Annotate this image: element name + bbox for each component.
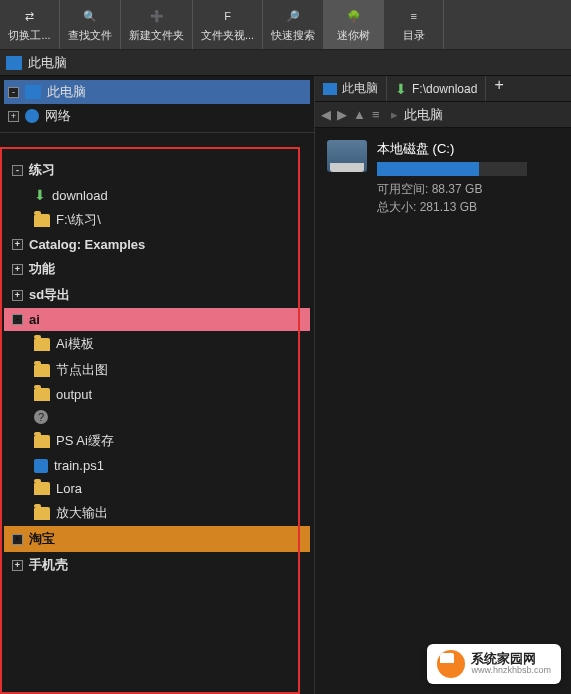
watermark-logo-icon [437, 650, 465, 678]
collapse-icon[interactable]: - [12, 165, 23, 176]
expand-icon[interactable]: + [12, 560, 23, 571]
add-tab-button[interactable]: + [486, 76, 511, 101]
main-toolbar: ⇄切换工...🔍查找文件➕新建文件夹F文件夹视...🔎快速搜索🌳迷你树≡目录 [0, 0, 571, 50]
root-node-monitor[interactable]: -此电脑 [4, 80, 310, 104]
expand-icon[interactable]: + [12, 264, 23, 275]
toolbar-label: 文件夹视... [201, 28, 254, 43]
download-icon: ⬇ [395, 81, 407, 97]
monitor-icon [25, 85, 41, 99]
tree-node[interactable]: 放大输出 [4, 500, 310, 526]
list-button[interactable]: ≡ [372, 107, 380, 122]
right-pane: 此电脑⬇F:\download+ ◀ ▶ ▲ ≡ ▸ 此电脑 本地磁盘 (C:)… [314, 76, 571, 694]
node-label: Ai模板 [56, 335, 94, 353]
folder-icon [34, 388, 50, 401]
folder-icon [34, 338, 50, 351]
toolbar-search-button[interactable]: 🔍查找文件 [60, 0, 121, 49]
tree-node[interactable]: 节点出图 [4, 357, 310, 383]
tree-node[interactable]: ⬇download [4, 183, 310, 207]
tab-label: 此电脑 [342, 80, 378, 97]
toolbar-label: 快速搜索 [271, 28, 315, 43]
tree-node[interactable]: +sd导出 [4, 282, 310, 308]
forward-button[interactable]: ▶ [337, 107, 347, 122]
expand-icon[interactable]: + [8, 111, 19, 122]
node-label: output [56, 387, 92, 402]
tree-node[interactable]: +Catalog: Examples [4, 233, 310, 256]
node-label: 节点出图 [56, 361, 108, 379]
tree-node[interactable]: -练习 [4, 157, 310, 183]
tree-node[interactable]: PS Ai缓存 [4, 428, 310, 454]
tree-node[interactable]: Ai模板 [4, 331, 310, 357]
node-label: sd导出 [29, 286, 70, 304]
toolbar-label: 切换工... [8, 28, 50, 43]
collapse-icon[interactable]: - [12, 314, 23, 325]
expand-icon[interactable]: + [12, 534, 23, 545]
nav-bar: ◀ ▶ ▲ ≡ ▸ 此电脑 [315, 102, 571, 128]
address-label: 此电脑 [28, 54, 67, 72]
tab-label: F:\download [412, 82, 477, 96]
tree-node[interactable]: output [4, 383, 310, 406]
tab-bar: 此电脑⬇F:\download+ [315, 76, 571, 102]
folder-icon [34, 214, 50, 227]
toolbar-label: 迷你树 [337, 28, 370, 43]
toolbar-new-folder-button[interactable]: ➕新建文件夹 [121, 0, 193, 49]
tree-node[interactable]: +功能 [4, 256, 310, 282]
watermark: 系统家园网 www.hnzkhbsb.com [427, 644, 561, 684]
node-label: 淘宝 [29, 530, 55, 548]
node-label: 手机壳 [29, 556, 68, 574]
breadcrumb-separator: ▸ [391, 107, 398, 122]
node-label: F:\练习\ [56, 211, 101, 229]
node-label: 功能 [29, 260, 55, 278]
toolbar-swap-button[interactable]: ⇄切换工... [0, 0, 60, 49]
back-button[interactable]: ◀ [321, 107, 331, 122]
folder-icon [34, 507, 50, 520]
tree-node[interactable]: F:\练习\ [4, 207, 310, 233]
catalog-icon: ≡ [404, 6, 424, 26]
drive-item[interactable]: 本地磁盘 (C:) 可用空间: 88.37 GB 总大小: 281.13 GB [327, 140, 559, 216]
monitor-icon [323, 83, 337, 95]
node-label: train.ps1 [54, 458, 104, 473]
toolbar-quick-search-button[interactable]: 🔎快速搜索 [263, 0, 324, 49]
quick-search-icon: 🔎 [283, 6, 303, 26]
tree-node[interactable]: Lora [4, 477, 310, 500]
collapse-icon[interactable]: - [8, 87, 19, 98]
toolbar-folder-view-button[interactable]: F文件夹视... [193, 0, 263, 49]
expand-icon[interactable]: + [12, 290, 23, 301]
content-area: 本地磁盘 (C:) 可用空间: 88.37 GB 总大小: 281.13 GB [315, 128, 571, 228]
toolbar-label: 新建文件夹 [129, 28, 184, 43]
toolbar-catalog-button[interactable]: ≡目录 [384, 0, 444, 49]
node-label: PS Ai缓存 [56, 432, 114, 450]
up-button[interactable]: ▲ [353, 107, 366, 122]
help-icon: ? [34, 410, 48, 424]
tree-node[interactable]: -ai [4, 308, 310, 331]
left-pane: -此电脑+网络 -练习⬇downloadF:\练习\+Catalog: Exam… [0, 76, 314, 694]
folder-icon [34, 482, 50, 495]
breadcrumb-label[interactable]: 此电脑 [404, 106, 443, 124]
tree-node[interactable]: +淘宝 [4, 526, 310, 552]
tree-node[interactable]: ? [4, 406, 310, 428]
drive-stats: 可用空间: 88.37 GB 总大小: 281.13 GB [377, 180, 559, 216]
folder-icon [34, 364, 50, 377]
watermark-url: www.hnzkhbsb.com [471, 666, 551, 676]
monitor-icon [6, 56, 22, 70]
node-label: Catalog: Examples [29, 237, 145, 252]
address-bar: 此电脑 [0, 50, 571, 76]
node-label: 放大输出 [56, 504, 108, 522]
tree-node[interactable]: train.ps1 [4, 454, 310, 477]
toolbar-mini-tree-button[interactable]: 🌳迷你树 [324, 0, 384, 49]
tab[interactable]: 此电脑 [315, 76, 387, 101]
expand-icon[interactable]: + [12, 239, 23, 250]
drive-name: 本地磁盘 (C:) [377, 140, 559, 158]
tree-node[interactable]: +手机壳 [4, 552, 310, 578]
ps-icon [34, 459, 48, 473]
root-node-network[interactable]: +网络 [4, 104, 310, 128]
download-icon: ⬇ [34, 187, 46, 203]
search-icon: 🔍 [80, 6, 100, 26]
node-label: 练习 [29, 161, 55, 179]
node-label: 网络 [45, 107, 71, 125]
watermark-title: 系统家园网 [471, 652, 551, 666]
toolbar-label: 目录 [403, 28, 425, 43]
node-label: Lora [56, 481, 82, 496]
node-label: download [52, 188, 108, 203]
tab[interactable]: ⬇F:\download [387, 76, 486, 101]
drive-usage-bar [377, 162, 527, 176]
